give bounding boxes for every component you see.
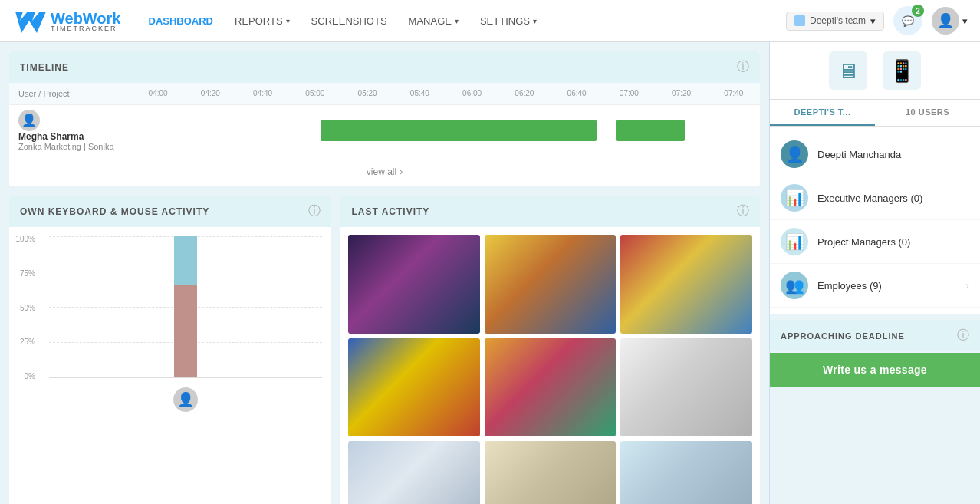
nav-screenshots[interactable]: SCREENSHOTS — [302, 9, 396, 33]
approaching-deadline-section: APPROACHING DEADLINE ⓘ — [770, 320, 980, 351]
notifications-button[interactable]: 💬 2 — [893, 6, 922, 35]
logo[interactable]: WebWork TIMETRACKER — [12, 5, 121, 36]
timeline-view-all-button[interactable]: view all › — [367, 166, 403, 177]
settings-arrow: ▾ — [533, 17, 537, 25]
nav-manage[interactable]: MANAGE ▾ — [400, 9, 468, 33]
list-item[interactable]: 👤 Deepti Manchanda — [770, 133, 980, 176]
own-activity-title: OWN KEYBOARD & MOUSE ACTIVITY — [20, 206, 209, 217]
list-item[interactable] — [620, 235, 752, 334]
timeline-times: 04:00 04:20 04:40 05:00 05:20 05:40 06:0… — [132, 83, 760, 104]
svg-marker-0 — [15, 12, 46, 33]
timeline-header-row: User / Project 04:00 04:20 04:40 05:00 0… — [9, 83, 760, 105]
arrow-right-icon: › — [400, 166, 403, 177]
tab-10-users[interactable]: 10 USERS — [875, 100, 980, 126]
list-item[interactable] — [485, 338, 617, 437]
user-avatar-area[interactable]: 👤 ▾ — [932, 7, 968, 35]
timeline-info-icon[interactable]: ⓘ — [737, 59, 749, 75]
mobile-icon[interactable]: 📱 — [883, 51, 921, 90]
own-activity-section: OWN KEYBOARD & MOUSE ACTIVITY ⓘ 100% 75%… — [9, 196, 331, 504]
chart-icon-exec: 📊 — [781, 184, 808, 212]
user-deepti-name: Deepti Manchanda — [817, 149, 969, 160]
approaching-deadline-header: APPROACHING DEADLINE ⓘ — [770, 320, 980, 351]
chart-canvas — [49, 236, 322, 378]
employees-chevron-icon: › — [965, 279, 969, 292]
table-row: 👤 Megha Sharma Zonka Marketing | Sonika — [9, 105, 760, 156]
person-icon: 👤 — [781, 140, 808, 168]
app-header: WebWork TIMETRACKER DASHBOARD REPORTS ▾ … — [0, 0, 980, 42]
main-nav: DASHBOARD REPORTS ▾ SCREENSHOTS MANAGE ▾… — [140, 9, 787, 33]
list-item[interactable]: 👥 Employees (9) › — [770, 264, 980, 308]
nav-dashboard[interactable]: DASHBOARD — [140, 9, 223, 33]
timeline-table: User / Project 04:00 04:20 04:40 05:00 0… — [9, 83, 760, 156]
chart-x-axis: 👤 — [49, 381, 322, 412]
nav-settings[interactable]: SETTINGS ▾ — [471, 9, 546, 33]
time-0500: 05:00 — [289, 83, 341, 104]
timeline-header: TIMELINE ⓘ — [9, 51, 760, 83]
time-0700: 07:00 — [603, 83, 655, 104]
list-item[interactable] — [620, 441, 752, 504]
team-selector[interactable]: Deepti's team ▾ — [786, 12, 884, 31]
time-0620: 06:20 — [498, 83, 551, 104]
team-dot — [794, 15, 805, 26]
team-chevron: ▾ — [870, 15, 876, 27]
last-activity-title: LAST ACTIVITY — [351, 206, 429, 217]
chart-user-avatar: 👤 — [173, 387, 198, 412]
chart-icon-proj: 📊 — [781, 228, 808, 255]
time-0720: 07:20 — [656, 83, 708, 104]
employees-icon: 👥 — [781, 272, 808, 299]
timeline-section: TIMELINE ⓘ User / Project 04:00 04:20 04… — [9, 51, 760, 186]
write-message-button[interactable]: Write us a message — [770, 353, 980, 387]
time-0520: 05:20 — [341, 83, 393, 104]
bar-upper — [174, 236, 197, 285]
time-0400: 04:00 — [132, 83, 184, 104]
bottom-panels: OWN KEYBOARD & MOUSE ACTIVITY ⓘ 100% 75%… — [9, 196, 760, 504]
own-activity-header: OWN KEYBOARD & MOUSE ACTIVITY ⓘ — [9, 196, 331, 227]
list-item[interactable]: 📊 Project Managers (0) — [770, 220, 980, 264]
time-0420: 04:20 — [184, 83, 236, 104]
list-item[interactable] — [348, 338, 480, 437]
nav-reports[interactable]: REPORTS ▾ — [225, 9, 299, 33]
reports-arrow: ▾ — [286, 17, 290, 25]
timeline-bar-2 — [616, 120, 685, 141]
chart-bar — [174, 236, 197, 377]
notification-badge: 2 — [912, 5, 924, 17]
y-label-0: 0% — [9, 372, 40, 380]
list-item[interactable] — [620, 338, 752, 437]
list-item[interactable] — [485, 441, 617, 504]
y-label-25: 25% — [9, 338, 40, 346]
last-activity-info-icon[interactable]: ⓘ — [737, 203, 749, 219]
user-project: Zonka Marketing | Sonika — [18, 142, 114, 151]
list-item[interactable] — [485, 235, 617, 334]
last-activity-section: LAST ACTIVITY ⓘ view all — [340, 196, 760, 504]
time-0600: 06:00 — [446, 83, 498, 104]
approaching-info-icon[interactable]: ⓘ — [957, 328, 969, 344]
list-item[interactable] — [348, 235, 480, 334]
time-0740: 07:40 — [708, 83, 760, 104]
logo-sub-text: TIMETRACKER — [51, 25, 121, 32]
tab-deepti-team[interactable]: DEEPTI'S T... — [770, 100, 875, 126]
sidebar-tabs: DEEPTI'S T... 10 USERS — [770, 100, 980, 127]
time-0640: 06:40 — [551, 83, 603, 104]
avatar: 👤 — [932, 7, 959, 35]
last-activity-header: LAST ACTIVITY ⓘ — [340, 196, 760, 227]
header-right: Deepti's team ▾ 💬 2 👤 ▾ — [786, 6, 968, 35]
desktop-icon[interactable]: 🖥 — [829, 51, 867, 90]
right-sidebar: 🖥 📱 DEEPTI'S T... 10 USERS 👤 Deepti Manc… — [769, 42, 980, 504]
timeline-bars-cell — [132, 115, 760, 146]
sidebar-device-icons: 🖥 📱 — [770, 42, 980, 100]
bar-lower — [174, 285, 197, 377]
screenshots-grid — [340, 227, 760, 504]
own-activity-info-icon[interactable]: ⓘ — [308, 203, 321, 219]
time-0540: 05:40 — [393, 83, 446, 104]
user-employees-name: Employees (9) — [817, 280, 956, 292]
user-name: Megha Sharma — [18, 131, 114, 142]
team-name: Deepti's team — [810, 15, 866, 26]
bell-icon: 💬 — [902, 15, 914, 27]
sidebar-users-list: 👤 Deepti Manchanda 📊 Executive Managers … — [770, 127, 980, 314]
user-avatar-small: 👤 — [18, 110, 40, 131]
y-label-50: 50% — [9, 304, 40, 312]
approaching-deadline-title: APPROACHING DEADLINE — [781, 331, 905, 341]
manage-arrow: ▾ — [455, 17, 459, 25]
list-item[interactable] — [348, 441, 480, 504]
list-item[interactable]: 📊 Executive Managers (0) — [770, 176, 980, 220]
